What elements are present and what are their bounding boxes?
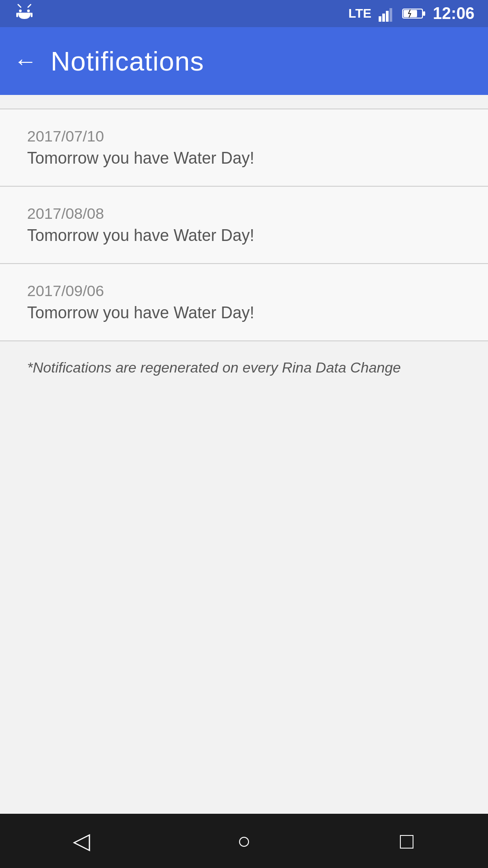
- notification-item: 2017/08/08 Tomorrow you have Water Day!: [0, 187, 488, 264]
- notification-message: Tomorrow you have Water Day!: [27, 303, 461, 322]
- notification-date: 2017/08/08: [27, 205, 461, 222]
- svg-point-0: [19, 9, 22, 12]
- android-icon: [14, 3, 35, 24]
- app-bar: ← Notifications: [0, 27, 488, 95]
- notification-item: 2017/09/06 Tomorrow you have Water Day!: [0, 264, 488, 341]
- lte-indicator: LTE: [348, 6, 371, 21]
- svg-rect-3: [31, 13, 33, 17]
- back-button[interactable]: ←: [14, 49, 37, 73]
- status-bar-right: LTE 12:06: [348, 4, 474, 23]
- notification-message: Tomorrow you have Water Day!: [27, 226, 461, 245]
- notification-item: 2017/07/10 Tomorrow you have Water Day!: [0, 108, 488, 187]
- svg-point-1: [27, 9, 30, 12]
- notification-date: 2017/09/06: [27, 282, 461, 300]
- status-bar-left: [14, 3, 35, 24]
- svg-rect-12: [423, 11, 425, 16]
- status-bar: LTE 12:06: [0, 0, 488, 27]
- nav-back-button[interactable]: ◁: [59, 818, 104, 863]
- signal-icon: [379, 5, 395, 22]
- page-title: Notifications: [51, 46, 204, 77]
- svg-line-4: [18, 5, 21, 7]
- svg-rect-7: [382, 14, 385, 22]
- nav-home-button[interactable]: ○: [221, 818, 267, 863]
- notification-date: 2017/07/10: [27, 127, 461, 145]
- nav-recent-button[interactable]: □: [384, 818, 429, 863]
- notification-message: Tomorrow you have Water Day!: [27, 149, 461, 168]
- svg-rect-2: [16, 13, 18, 17]
- svg-rect-9: [389, 8, 392, 22]
- svg-rect-8: [386, 11, 389, 22]
- status-time: 12:06: [433, 4, 474, 23]
- svg-line-5: [28, 5, 31, 7]
- notifications-list: 2017/07/10 Tomorrow you have Water Day! …: [0, 95, 488, 408]
- bottom-nav: ◁ ○ □: [0, 814, 488, 868]
- battery-icon: [402, 7, 426, 20]
- footer-note: *Notifications are regenerated on every …: [0, 341, 488, 394]
- svg-rect-6: [379, 16, 381, 22]
